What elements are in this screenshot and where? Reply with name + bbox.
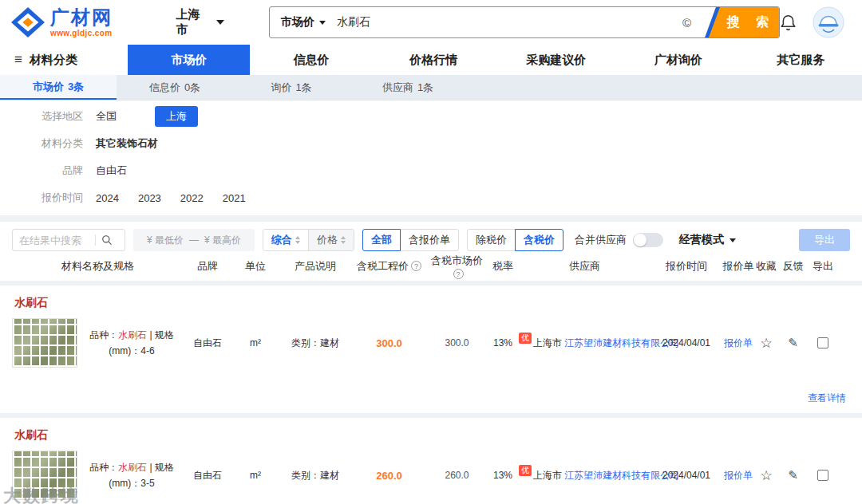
search-category-dropdown[interactable]: 市场价: [270, 15, 337, 30]
favorite-star-icon[interactable]: ☆: [754, 467, 778, 484]
year-option-2024[interactable]: 2024: [96, 192, 119, 204]
subtab-count: 1条: [417, 81, 433, 95]
column-header-material: 材料名称及规格: [12, 259, 184, 274]
nav-tab-procurement-advice[interactable]: 采购建议价: [495, 45, 617, 75]
subtab-info-price[interactable]: 信息价 0条: [117, 75, 233, 100]
search-icon[interactable]: [101, 234, 113, 246]
search-category-label: 市场价: [281, 15, 314, 30]
nav-tab-info-price[interactable]: 信息价: [250, 45, 372, 75]
tax-excluded-button[interactable]: 除税价: [467, 229, 516, 251]
subtab-count: 0条: [184, 81, 200, 95]
category-value[interactable]: 其它装饰石材: [96, 136, 158, 151]
column-header-project-price: 含税工程价?: [351, 259, 427, 274]
result-toolbar: ¥ 最低价 — ¥ 最高价 综合 价格 全部 含报价单 除税价 含税价 合并供应…: [12, 228, 850, 252]
sort-comprehensive-button[interactable]: 综合: [263, 230, 308, 250]
material-name-cell: 品种：水刷石 | 规格(mm)：4-6: [12, 318, 184, 368]
supplier-region: 上海市: [533, 470, 562, 481]
filter-panel: 选择地区 全国 上海 材料分类 其它装饰石材 品牌 自由石 报价时间 2024 …: [0, 100, 862, 215]
brand-value[interactable]: 自由石: [96, 163, 127, 178]
price-range-filter[interactable]: ¥ 最低价 — ¥ 最高价: [133, 229, 255, 251]
column-header-market-price: 含税市场价?: [427, 254, 487, 280]
subtab-label: 询价: [271, 81, 291, 95]
product-thumbnail[interactable]: [12, 451, 77, 500]
result-search-input[interactable]: [19, 234, 89, 246]
filter-region-row: 选择地区 全国 上海: [0, 103, 862, 130]
region-option-all[interactable]: 全国: [96, 109, 117, 124]
premium-badge: 优: [519, 333, 532, 344]
project-price: 300.0: [351, 337, 427, 349]
select-checkbox[interactable]: [817, 470, 828, 481]
column-header-export: 导出: [808, 259, 838, 274]
feedback-pencil-icon[interactable]: ✎: [778, 468, 808, 482]
year-option-2021[interactable]: 2021: [223, 192, 246, 204]
year-option-2022[interactable]: 2022: [180, 192, 204, 204]
nav-tab-market-price[interactable]: 市场价: [128, 45, 250, 75]
scope-all-button[interactable]: 全部: [362, 229, 401, 251]
market-price: 300.0: [427, 337, 487, 348]
subtab-supplier[interactable]: 供应商 1条: [350, 75, 466, 100]
top-bar: 广材网 www.gldjc.com 上海市 市场价 © 搜 索: [0, 0, 862, 45]
chevron-down-icon: [216, 20, 224, 25]
chevron-down-icon: [319, 21, 326, 25]
help-icon[interactable]: ?: [453, 269, 464, 279]
table-row: 品种：水刷石 | 规格(mm)：3-5 自由石 m² 类别：建材 260.0 2…: [0, 444, 862, 504]
business-mode-label: 经营模式: [679, 233, 724, 247]
subtab-inquiry[interactable]: 询价 1条: [233, 75, 350, 100]
subtab-count: 1条: [295, 81, 311, 95]
material-title[interactable]: 水刷石: [0, 285, 862, 312]
column-header-feedback: 反馈: [778, 259, 808, 274]
region-option-shanghai[interactable]: 上海: [155, 106, 198, 127]
min-price-field[interactable]: ¥ 最低价: [147, 234, 184, 247]
column-header-unit: 单位: [231, 259, 279, 274]
column-header-supplier: 供应商: [519, 259, 650, 274]
tax-included-button[interactable]: 含税价: [515, 229, 563, 251]
year-option-2023[interactable]: 2023: [138, 192, 161, 204]
search-bar: 市场价 © 搜 索: [269, 6, 780, 38]
city-selector[interactable]: 上海市: [176, 7, 225, 37]
sort-arrows-icon: [341, 236, 346, 244]
spec-keyword: 水刷石: [118, 462, 147, 473]
favorite-star-icon[interactable]: ☆: [754, 335, 778, 352]
merge-supplier-label: 合并供应商: [575, 233, 627, 247]
business-mode-dropdown[interactable]: 经营模式: [679, 233, 736, 247]
quote-link[interactable]: 报价单: [722, 469, 754, 482]
nav-tab-price-trend[interactable]: 价格行情: [373, 45, 495, 75]
nav-tab-gc-inquiry[interactable]: 广材询价: [617, 45, 739, 75]
material-catalog-menu[interactable]: ≡ 材料分类: [0, 45, 128, 75]
max-price-field[interactable]: ¥ 最高价: [204, 234, 241, 247]
select-checkbox[interactable]: [817, 337, 828, 348]
user-avatar[interactable]: [813, 6, 844, 38]
market-price: 260.0: [427, 470, 487, 481]
table-row: 品种：水刷石 | 规格(mm)：4-6 自由石 m² 类别：建材 300.0 3…: [0, 312, 862, 377]
nav-tab-other-services[interactable]: 其它服务: [740, 45, 862, 75]
result-card: 水刷石 品种：水刷石 | 规格(mm)：4-6 自由石 m² 类别：建材 300…: [0, 285, 862, 413]
subtab-count: 3条: [68, 80, 84, 94]
help-icon[interactable]: ?: [411, 261, 421, 271]
filter-brand-row: 品牌 自由石: [0, 157, 862, 184]
column-header-quote: 报价单: [722, 259, 754, 274]
notification-bell-icon[interactable]: [780, 14, 797, 32]
merge-supplier-toggle[interactable]: [633, 233, 663, 247]
supplier-cell: 优上海市 江苏望沛建材科技有限公司: [519, 337, 650, 350]
logo-title: 广材网: [50, 8, 113, 27]
quote-link[interactable]: 报价单: [722, 337, 754, 350]
scope-with-quote-button[interactable]: 含报价单: [400, 229, 459, 251]
filter-time-row: 报价时间 2024 2023 2022 2021: [0, 184, 862, 211]
filter-brand-label: 品牌: [32, 163, 83, 178]
city-label: 上海市: [176, 7, 212, 37]
spec-text: 品种：水刷石 | 规格(mm)：3-5: [84, 459, 180, 492]
premium-badge: 优: [519, 465, 532, 476]
card-footer: 查看详情: [0, 377, 862, 413]
site-logo[interactable]: 广材网 www.gldjc.com: [11, 6, 159, 38]
column-header-label: 含税市场价: [431, 254, 483, 266]
material-title[interactable]: 水刷石: [0, 418, 862, 444]
feedback-pencil-icon[interactable]: ✎: [778, 336, 808, 350]
product-thumbnail[interactable]: [12, 318, 77, 368]
view-detail-link[interactable]: 查看详情: [808, 392, 846, 404]
result-card: 水刷石 品种：水刷石 | 规格(mm)：3-5 自由石 m² 类别：建材 260…: [0, 418, 862, 504]
subtab-market-price[interactable]: 市场价 3条: [0, 75, 117, 100]
sort-price-button[interactable]: 价格: [308, 230, 354, 250]
export-button[interactable]: 导出: [799, 229, 850, 251]
merge-supplier-control: 合并供应商: [575, 233, 663, 247]
search-input[interactable]: [337, 16, 673, 29]
